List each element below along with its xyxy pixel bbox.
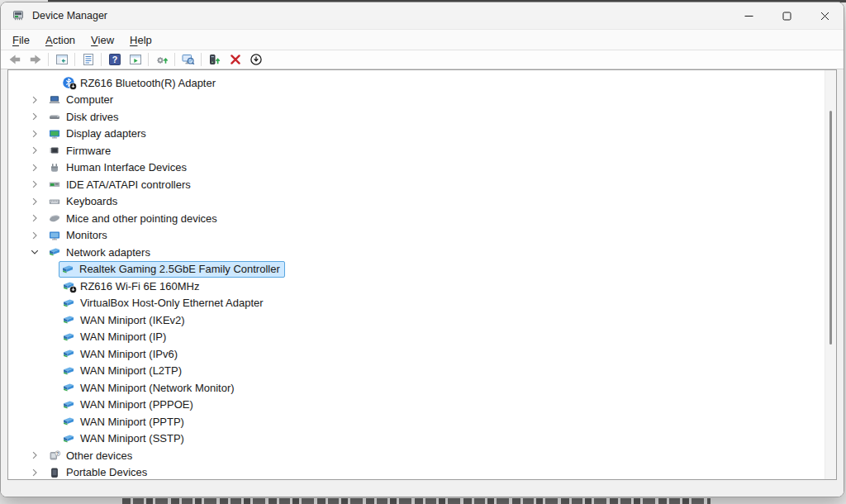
tree-item-label: WAN Miniport (IKEv2) <box>80 314 185 326</box>
chevron-right-icon[interactable] <box>29 449 40 461</box>
menu-help[interactable]: Help <box>123 32 159 48</box>
tree-item[interactable]: Computer <box>8 92 836 109</box>
toolbar-separator <box>201 53 202 66</box>
content-area: RZ616 Bluetooth(R) AdapterComputerDisk d… <box>1 69 844 497</box>
monitor-icon <box>48 229 61 242</box>
tree-item[interactable]: Firmware <box>8 142 836 159</box>
tree-item[interactable]: ?Other devices <box>8 447 836 464</box>
minimize-button[interactable] <box>730 2 768 29</box>
show-hide-console-tree-button[interactable] <box>51 51 72 69</box>
ide-controller-icon <box>48 178 61 191</box>
properties-button[interactable] <box>78 51 98 69</box>
close-button[interactable] <box>806 2 844 29</box>
other-device-icon: ? <box>48 449 61 462</box>
tree-item-label: RZ616 Wi-Fi 6E 160MHz <box>80 280 199 292</box>
tree-item-label: Portable Devices <box>66 466 147 478</box>
vertical-scrollbar[interactable] <box>825 70 836 479</box>
hid-icon <box>48 161 61 174</box>
menu-view[interactable]: View <box>84 32 121 48</box>
tree-item[interactable]: WAN Miniport (PPPOE) <box>8 397 836 414</box>
chevron-right-icon[interactable] <box>29 111 40 122</box>
tree-item[interactable]: Network adapters <box>8 244 836 261</box>
uninstall-device-button[interactable] <box>225 51 245 69</box>
tree-item[interactable]: Display adapters <box>8 126 836 143</box>
title-bar: Device Manager <box>1 2 844 30</box>
chevron-down-icon[interactable] <box>29 246 40 258</box>
scrollbar-thumb[interactable] <box>829 111 832 345</box>
chevron-right-icon[interactable] <box>29 94 40 106</box>
tree-item-label: Computer <box>66 93 113 106</box>
tree-item[interactable]: Realtek Gaming 2.5GbE Family Controller <box>8 261 836 278</box>
chevron-right-icon[interactable] <box>29 178 40 190</box>
tree-item[interactable]: WAN Miniport (PPTP) <box>8 413 836 430</box>
tree-item-label: WAN Miniport (IPv6) <box>80 348 178 360</box>
computer-icon <box>48 93 61 107</box>
chevron-right-icon[interactable] <box>29 467 40 478</box>
disk-drive-icon <box>48 110 61 123</box>
network-adapter-icon <box>62 364 75 378</box>
tree-item-label: Firmware <box>66 145 111 157</box>
menu-file[interactable]: File <box>6 32 36 48</box>
network-adapter-icon <box>62 330 75 344</box>
tree-item[interactable]: WAN Miniport (L2TP) <box>8 363 836 380</box>
tree-item-label: Keyboards <box>66 195 117 207</box>
network-adapter-icon <box>62 279 75 292</box>
tree-item-label: Realtek Gaming 2.5GbE Family Controller <box>79 263 280 275</box>
show-action-pane-button[interactable] <box>125 51 145 69</box>
update-driver-button[interactable] <box>151 51 172 69</box>
forward-arrow-button[interactable] <box>25 51 45 69</box>
chevron-right-icon[interactable] <box>29 145 40 156</box>
mouse-icon <box>48 212 61 225</box>
back-arrow-button[interactable] <box>4 51 25 69</box>
chevron-right-icon[interactable] <box>29 230 40 241</box>
network-adapter-icon <box>62 432 75 445</box>
tree-item[interactable]: RZ616 Bluetooth(R) Adapter <box>8 74 836 92</box>
toolbar-separator <box>174 53 175 66</box>
tree-item[interactable]: WAN Miniport (Network Monitor) <box>8 379 836 397</box>
add-drivers-button[interactable] <box>204 51 225 69</box>
tree-item[interactable]: WAN Miniport (IKEv2) <box>8 311 836 329</box>
tree-item-label: Monitors <box>66 229 107 241</box>
chevron-right-icon[interactable] <box>29 128 40 140</box>
disable-device-button[interactable] <box>245 51 266 69</box>
toolbar: ? <box>1 50 844 69</box>
tree-item[interactable]: WAN Miniport (SSTP) <box>8 430 836 448</box>
tree-item[interactable]: WAN Miniport (IPv6) <box>8 345 836 363</box>
tree-item-label: VirtualBox Host-Only Ethernet Adapter <box>80 297 264 309</box>
tree-item[interactable]: Portable Devices <box>8 464 836 481</box>
menu-bar: FileActionViewHelp <box>1 30 844 50</box>
tree-item[interactable]: Keyboards <box>8 193 836 211</box>
tree-item[interactable]: Mice and other pointing devices <box>8 210 836 227</box>
tree-item[interactable]: RZ616 Wi-Fi 6E 160MHz <box>8 278 836 295</box>
tree-item-label: Disk drives <box>66 111 119 123</box>
toolbar-separator <box>148 53 149 66</box>
toolbar-separator <box>101 53 102 66</box>
selected-item-highlight: Realtek Gaming 2.5GbE Family Controller <box>59 261 285 278</box>
tree-item[interactable]: IDE ATA/ATAPI controllers <box>8 176 836 193</box>
tree-item[interactable]: WAN Miniport (IP) <box>8 329 836 346</box>
maximize-button[interactable] <box>768 2 806 29</box>
device-tree-rows: RZ616 Bluetooth(R) AdapterComputerDisk d… <box>8 70 836 480</box>
menu-action[interactable]: Action <box>39 32 82 48</box>
chevron-right-icon[interactable] <box>29 196 40 207</box>
bluetooth-icon <box>62 76 75 89</box>
tree-item-label: WAN Miniport (PPTP) <box>80 416 184 428</box>
scan-hardware-changes-button[interactable] <box>178 51 198 69</box>
chevron-right-icon[interactable] <box>29 162 40 174</box>
tree-item[interactable]: Monitors <box>8 227 836 245</box>
network-adapter-icon <box>62 415 75 428</box>
chevron-right-icon[interactable] <box>29 212 40 224</box>
svg-text:?: ? <box>112 55 116 64</box>
tree-item[interactable]: Disk drives <box>8 108 836 126</box>
tree-item[interactable]: VirtualBox Host-Only Ethernet Adapter <box>8 295 836 312</box>
tree-item-label: Human Interface Devices <box>66 161 187 174</box>
help-button[interactable]: ? <box>104 51 125 69</box>
tree-item[interactable]: Human Interface Devices <box>8 159 836 177</box>
disabled-overlay-icon <box>69 83 77 90</box>
network-adapter-icon <box>62 398 75 411</box>
tree-item-label: WAN Miniport (PPPOE) <box>80 398 193 411</box>
network-adapter-icon <box>62 381 75 394</box>
tree-item-label: WAN Miniport (IP) <box>80 330 166 343</box>
tree-item-label: Mice and other pointing devices <box>66 212 217 225</box>
portable-device-icon <box>48 466 61 479</box>
